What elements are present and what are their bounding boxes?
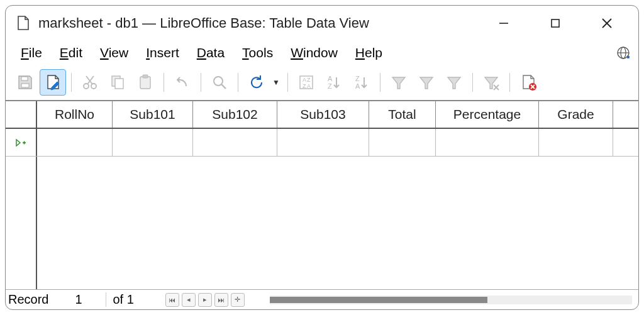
svg-text:A: A bbox=[328, 75, 333, 82]
svg-rect-8 bbox=[21, 77, 28, 80]
column-header-grade[interactable]: Grade bbox=[539, 101, 613, 128]
remove-filter-button[interactable] bbox=[478, 69, 504, 96]
refresh-dropdown[interactable]: ▼ bbox=[272, 78, 280, 87]
edit-data-button[interactable] bbox=[40, 69, 66, 96]
new-row-marker[interactable] bbox=[6, 129, 37, 156]
column-header-sub102[interactable]: Sub102 bbox=[193, 101, 277, 128]
menu-insert[interactable]: Insert bbox=[137, 43, 188, 63]
column-header-sub103[interactable]: Sub103 bbox=[277, 101, 369, 128]
last-record-button[interactable]: ⏭ bbox=[214, 293, 228, 307]
cell-sub101[interactable] bbox=[113, 129, 193, 156]
close-button[interactable] bbox=[593, 13, 621, 33]
cell-percentage[interactable] bbox=[436, 129, 539, 156]
new-record-button[interactable]: ✛ bbox=[231, 293, 245, 307]
toolbar: ▼ AZZA AZ ZA bbox=[6, 65, 638, 100]
column-header-sub101[interactable]: Sub101 bbox=[113, 101, 193, 128]
column-header-total[interactable]: Total bbox=[369, 101, 436, 128]
svg-line-18 bbox=[221, 84, 226, 89]
column-header-rollno[interactable]: RollNo bbox=[37, 101, 113, 128]
table-row[interactable] bbox=[6, 129, 638, 157]
window-title: marksheet - db1 — LibreOffice Base: Tabl… bbox=[38, 15, 490, 31]
record-nav-buttons: ⏮ ◂ ▸ ⏭ ✛ bbox=[165, 293, 245, 307]
menu-window[interactable]: Window bbox=[282, 43, 347, 63]
copy-button[interactable] bbox=[104, 69, 131, 96]
cell-sub103[interactable] bbox=[277, 129, 369, 156]
svg-text:A: A bbox=[307, 83, 311, 89]
menu-data[interactable]: Data bbox=[188, 43, 233, 63]
menu-tools[interactable]: Tools bbox=[233, 43, 282, 63]
table-grid[interactable]: RollNo Sub101 Sub102 Sub103 Total Percen… bbox=[6, 100, 638, 289]
svg-rect-16 bbox=[143, 75, 148, 78]
svg-text:Z: Z bbox=[328, 82, 332, 90]
separator bbox=[287, 73, 288, 92]
cell-sub102[interactable] bbox=[193, 129, 277, 156]
prev-record-button[interactable]: ◂ bbox=[182, 293, 196, 307]
menu-view[interactable]: View bbox=[91, 43, 137, 63]
svg-line-12 bbox=[86, 76, 92, 84]
sort-button[interactable]: AZZA bbox=[293, 69, 319, 96]
cell-total[interactable] bbox=[369, 129, 436, 156]
separator bbox=[509, 73, 510, 92]
sort-desc-button[interactable]: ZA bbox=[348, 69, 375, 96]
find-button[interactable] bbox=[206, 69, 233, 96]
record-total: of 1 bbox=[106, 292, 140, 307]
column-header-blank bbox=[613, 101, 638, 128]
svg-line-11 bbox=[87, 76, 94, 84]
svg-rect-15 bbox=[140, 77, 150, 89]
cell-rollno[interactable] bbox=[37, 129, 113, 156]
record-label: Record bbox=[6, 292, 51, 307]
apply-filter-button[interactable] bbox=[413, 69, 440, 96]
first-record-button[interactable]: ⏮ bbox=[165, 293, 179, 307]
minimize-button[interactable] bbox=[490, 13, 518, 33]
scrollbar-thumb[interactable] bbox=[270, 297, 487, 303]
record-number[interactable]: 1 bbox=[51, 292, 106, 307]
next-record-button[interactable]: ▸ bbox=[198, 293, 212, 307]
document-icon bbox=[17, 15, 31, 31]
svg-rect-7 bbox=[21, 84, 29, 87]
separator bbox=[71, 73, 72, 92]
svg-rect-14 bbox=[115, 79, 123, 89]
cell-grade[interactable] bbox=[539, 129, 613, 156]
refresh-button[interactable] bbox=[243, 69, 270, 96]
paste-button[interactable] bbox=[132, 69, 158, 96]
column-header-percentage[interactable]: Percentage bbox=[436, 101, 539, 128]
svg-text:A: A bbox=[355, 82, 360, 90]
menu-file[interactable]: File bbox=[12, 43, 51, 63]
svg-rect-1 bbox=[552, 19, 559, 27]
titlebar: marksheet - db1 — LibreOffice Base: Tabl… bbox=[6, 6, 638, 41]
cut-button[interactable] bbox=[77, 69, 103, 96]
delete-record-button[interactable] bbox=[515, 69, 541, 96]
column-header-row: RollNo Sub101 Sub102 Sub103 Total Percen… bbox=[6, 101, 638, 129]
menu-edit[interactable]: Edit bbox=[51, 43, 91, 63]
svg-text:Z: Z bbox=[307, 77, 311, 83]
sort-asc-button[interactable]: AZ bbox=[321, 69, 347, 96]
svg-text:Z: Z bbox=[355, 75, 360, 82]
separator bbox=[201, 73, 201, 92]
svg-point-17 bbox=[214, 77, 223, 86]
separator bbox=[472, 73, 473, 92]
save-button[interactable] bbox=[12, 69, 38, 96]
autofilter-button[interactable] bbox=[386, 69, 412, 96]
menubar: File Edit View Insert Data Tools Window … bbox=[6, 41, 638, 65]
maximize-button[interactable] bbox=[541, 13, 569, 33]
grid-empty-area bbox=[6, 157, 638, 289]
record-navigator: Record 1 of 1 ⏮ ◂ ▸ ⏭ ✛ bbox=[6, 289, 638, 309]
svg-text:A: A bbox=[303, 77, 306, 83]
undo-button[interactable] bbox=[169, 69, 196, 96]
horizontal-scrollbar[interactable] bbox=[270, 296, 632, 304]
app-window: marksheet - db1 — LibreOffice Base: Tabl… bbox=[5, 5, 639, 310]
svg-text:Z: Z bbox=[303, 83, 306, 89]
row-selector-column bbox=[6, 157, 37, 289]
row-selector-header[interactable] bbox=[6, 101, 37, 128]
separator bbox=[380, 73, 380, 92]
separator bbox=[238, 73, 238, 92]
standard-filter-button[interactable] bbox=[441, 69, 467, 96]
window-controls bbox=[490, 13, 627, 33]
separator bbox=[164, 73, 164, 92]
globe-icon[interactable] bbox=[614, 46, 632, 60]
menu-help[interactable]: Help bbox=[347, 43, 391, 63]
